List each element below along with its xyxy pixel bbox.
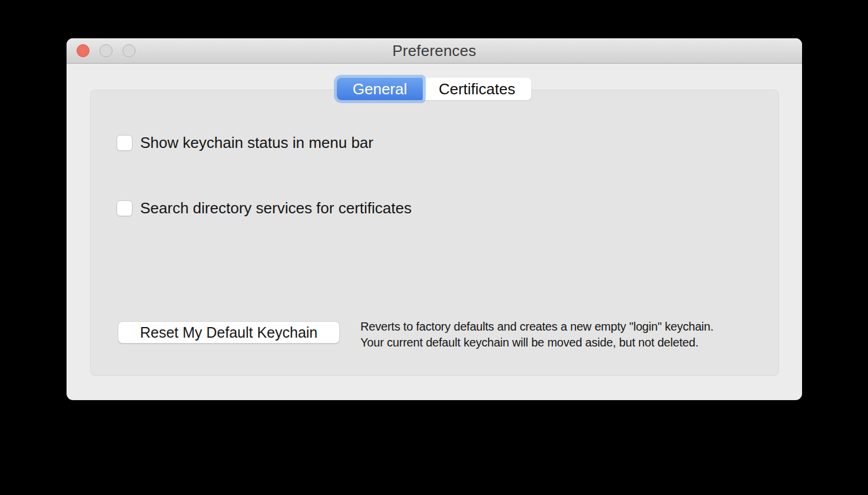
reset-description: Reverts to factory defaults and creates … (360, 319, 714, 350)
checkbox-search-directory-services-label: Search directory services for certificat… (140, 199, 412, 217)
checkbox-row-show-keychain-status[interactable]: Show keychain status in menu bar (117, 131, 373, 154)
tab-certificates-label: Certificates (439, 80, 515, 98)
checkbox-show-keychain-status[interactable] (117, 135, 132, 151)
titlebar[interactable]: Preferences (67, 38, 802, 64)
preferences-window: Preferences General Certificates Show ke… (67, 38, 802, 400)
desktop-background: Preferences General Certificates Show ke… (0, 0, 868, 495)
tab-general[interactable]: General (337, 78, 423, 100)
checkbox-show-keychain-status-label: Show keychain status in menu bar (140, 134, 373, 152)
tab-bar: General Certificates (337, 78, 531, 100)
checkbox-row-search-directory-services[interactable]: Search directory services for certificat… (117, 196, 412, 220)
reset-description-line1: Reverts to factory defaults and creates … (360, 319, 714, 335)
checkbox-search-directory-services[interactable] (117, 200, 132, 216)
window-title: Preferences (67, 38, 802, 64)
tab-general-label: General (353, 80, 408, 98)
reset-default-keychain-button[interactable]: Reset My Default Keychain (118, 321, 340, 344)
tab-certificates[interactable]: Certificates (423, 78, 531, 100)
reset-description-line2: Your current default keychain will be mo… (360, 335, 714, 351)
